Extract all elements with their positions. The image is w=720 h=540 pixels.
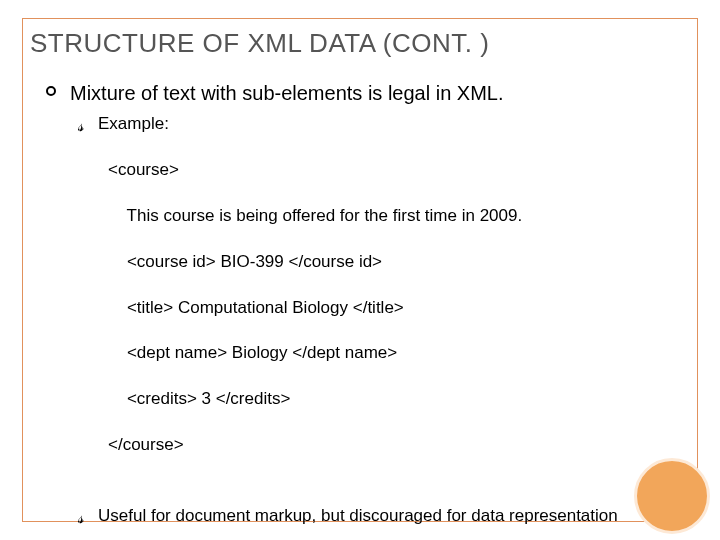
code-line: <course id> BIO-399 </course id> xyxy=(108,251,680,274)
bullet-text: Example: xyxy=(98,114,169,133)
slide-title: STRUCTURE OF XML DATA (CONT. ) xyxy=(30,28,489,59)
decorative-circle xyxy=(634,458,710,534)
bullet-level2: 𝓈 Example: xyxy=(98,113,680,136)
slide: STRUCTURE OF XML DATA (CONT. ) Mixture o… xyxy=(0,0,720,540)
script-bullet-icon: 𝓈 xyxy=(78,507,84,530)
circle-bullet-icon xyxy=(46,86,56,96)
code-line: <dept name> Biology </dept name> xyxy=(108,342,680,365)
bullet-text: Mixture of text with sub-elements is leg… xyxy=(70,82,504,104)
code-line: <course> xyxy=(108,159,680,182)
sublist: 𝓈 Example: <course> This course is being… xyxy=(98,113,680,528)
code-line: <title> Computational Biology </title> xyxy=(108,297,680,320)
code-line: <credits> 3 </credits> xyxy=(108,388,680,411)
bullet-level2: 𝓈 Useful for document markup, but discou… xyxy=(98,505,680,528)
bullet-text: Useful for document markup, but discoura… xyxy=(98,506,618,525)
bullet-level1: Mixture of text with sub-elements is leg… xyxy=(70,80,680,107)
code-line: </course> xyxy=(108,434,680,457)
code-line: This course is being offered for the fir… xyxy=(108,205,680,228)
script-bullet-icon: 𝓈 xyxy=(78,115,84,138)
code-block: <course> This course is being offered fo… xyxy=(108,136,680,503)
slide-body: Mixture of text with sub-elements is leg… xyxy=(70,80,680,528)
